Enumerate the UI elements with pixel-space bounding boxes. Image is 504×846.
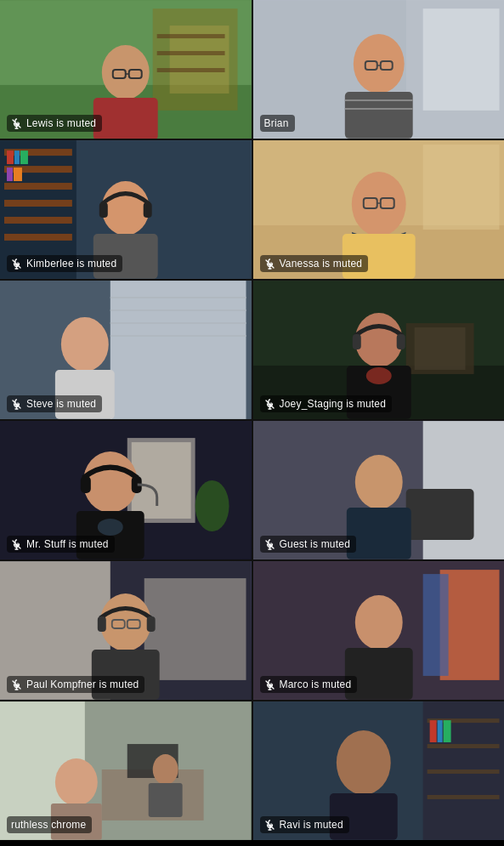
participant-tile-4[interactable]: Vanessa is muted xyxy=(253,140,505,279)
svg-rect-110 xyxy=(437,720,442,742)
svg-point-83 xyxy=(100,593,151,651)
svg-rect-109 xyxy=(429,720,436,742)
mute-icon-6 xyxy=(264,399,275,410)
video-grid: Lewis is muted xyxy=(0,0,504,840)
svg-rect-102 xyxy=(149,783,183,817)
svg-rect-71 xyxy=(81,476,91,493)
svg-point-65 xyxy=(365,367,391,384)
svg-point-70 xyxy=(83,451,138,513)
svg-point-78 xyxy=(354,455,402,509)
participant-tile-9[interactable]: Paul Kompfner is muted xyxy=(0,561,252,700)
mute-icon-7 xyxy=(11,539,22,550)
participant-name-7: Mr. Stuff is muted xyxy=(26,538,109,550)
participant-label-11: ruthless chrome xyxy=(7,816,92,833)
mute-icon-8 xyxy=(264,539,275,550)
participant-tile-2[interactable]: Brian xyxy=(253,0,505,139)
svg-rect-49 xyxy=(110,281,246,419)
svg-rect-20 xyxy=(344,92,412,139)
svg-rect-63 xyxy=(396,334,405,349)
svg-rect-107 xyxy=(427,769,499,774)
mute-icon-10 xyxy=(264,679,275,690)
svg-rect-77 xyxy=(405,489,473,540)
svg-rect-4 xyxy=(157,34,225,38)
participant-name-1: Lewis is muted xyxy=(26,117,96,129)
participant-tile-7[interactable]: Mr. Stuff is muted xyxy=(0,421,252,559)
participant-name-4: Vanessa is muted xyxy=(280,258,363,270)
svg-rect-38 xyxy=(144,202,152,218)
svg-point-69 xyxy=(195,480,229,531)
svg-rect-30 xyxy=(4,234,72,241)
svg-rect-91 xyxy=(422,574,448,676)
svg-rect-62 xyxy=(352,334,360,349)
svg-point-112 xyxy=(336,730,390,795)
participant-label-7: Mr. Stuff is muted xyxy=(7,536,115,553)
svg-point-92 xyxy=(354,595,402,650)
svg-rect-27 xyxy=(4,183,72,190)
participant-name-12: Ravi is muted xyxy=(280,819,343,831)
participant-label-5: Steve is muted xyxy=(7,395,102,412)
participant-label-2: Brian xyxy=(260,115,295,132)
svg-rect-28 xyxy=(4,200,72,207)
svg-rect-79 xyxy=(346,508,411,559)
svg-rect-29 xyxy=(4,217,72,224)
participant-tile-3[interactable]: Kimberlee is muted xyxy=(0,140,252,279)
participant-name-10: Marco is muted xyxy=(280,679,352,690)
participant-label-9: Paul Kompfner is muted xyxy=(7,676,144,693)
participant-label-4: Vanessa is muted xyxy=(260,255,369,272)
participant-tile-6[interactable]: Joey_Staging is muted xyxy=(253,281,505,419)
mute-icon-12 xyxy=(264,820,275,831)
svg-rect-111 xyxy=(443,720,450,742)
svg-rect-90 xyxy=(439,570,499,680)
mute-icon-9 xyxy=(11,679,22,690)
svg-rect-42 xyxy=(422,145,499,230)
participant-name-2: Brian xyxy=(264,117,289,129)
svg-rect-6 xyxy=(157,68,225,72)
mute-icon-1 xyxy=(11,118,22,129)
svg-point-101 xyxy=(153,754,178,785)
svg-rect-106 xyxy=(427,744,499,748)
svg-rect-84 xyxy=(98,616,106,632)
participant-tile-12[interactable]: Ravi is muted xyxy=(253,701,505,840)
svg-point-99 xyxy=(55,758,98,806)
svg-rect-5 xyxy=(157,51,225,55)
svg-rect-31 xyxy=(7,150,14,164)
svg-rect-33 xyxy=(20,150,28,164)
participant-label-10: Marco is muted xyxy=(260,676,358,693)
svg-rect-60 xyxy=(414,327,465,370)
participant-label-1: Lewis is muted xyxy=(7,115,102,132)
svg-rect-37 xyxy=(99,202,108,218)
svg-rect-8 xyxy=(93,98,158,139)
participant-tile-10[interactable]: Marco is muted xyxy=(253,561,505,700)
participant-name-9: Paul Kompfner is muted xyxy=(26,679,139,690)
svg-rect-14 xyxy=(422,9,499,111)
svg-rect-85 xyxy=(147,616,156,632)
svg-point-36 xyxy=(102,181,150,236)
participant-label-3: Kimberlee is muted xyxy=(7,255,122,272)
participant-label-12: Ravi is muted xyxy=(260,816,349,833)
svg-point-16 xyxy=(353,34,404,94)
svg-point-61 xyxy=(354,313,402,367)
svg-point-43 xyxy=(351,172,405,236)
participant-label-8: Guest is muted xyxy=(260,536,357,553)
participant-name-6: Joey_Staging is muted xyxy=(280,398,387,410)
mute-icon-4 xyxy=(264,258,275,270)
svg-rect-34 xyxy=(7,167,13,181)
participant-name-11: ruthless chrome xyxy=(11,819,86,831)
participant-tile-8[interactable]: Guest is muted xyxy=(253,421,505,559)
participant-label-6: Joey_Staging is muted xyxy=(260,395,393,412)
svg-point-54 xyxy=(61,317,109,372)
participant-name-8: Guest is muted xyxy=(280,538,351,550)
participant-name-5: Steve is muted xyxy=(26,398,96,410)
participant-tile-1[interactable]: Lewis is muted xyxy=(0,0,252,139)
svg-rect-35 xyxy=(14,167,22,181)
participant-tile-5[interactable]: Steve is muted xyxy=(0,281,252,419)
participant-name-3: Kimberlee is muted xyxy=(26,258,116,270)
svg-rect-108 xyxy=(427,795,499,799)
svg-rect-32 xyxy=(14,150,20,164)
mute-icon-3 xyxy=(11,258,22,270)
participant-tile-11[interactable]: ruthless chrome xyxy=(0,701,252,840)
svg-point-74 xyxy=(98,519,123,536)
mute-icon-5 xyxy=(11,399,22,410)
